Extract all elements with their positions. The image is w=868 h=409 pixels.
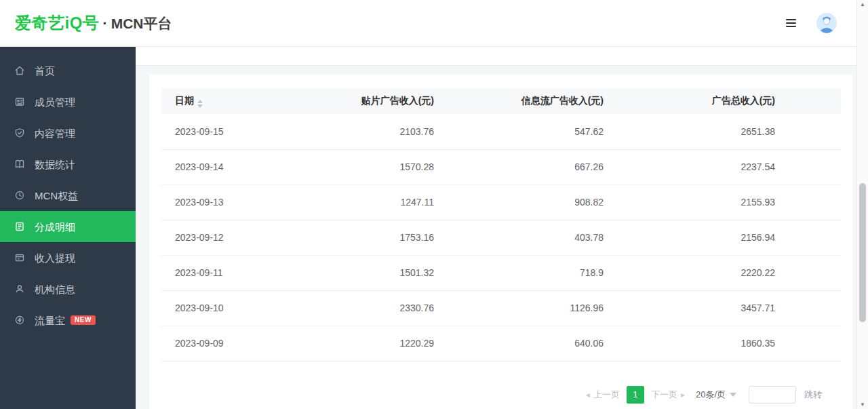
detail-icon [14,221,25,232]
org-icon [14,284,25,294]
next-page-button[interactable]: 下一页 ▸ [651,389,685,401]
revenue-table-card: 日期 贴片广告收入(元) 信息流广告收入(元) 广告总收入(元) 2023-09… [149,75,853,409]
chevron-down-icon [730,393,736,397]
jump-button[interactable]: 跳转 [804,389,822,401]
table-row: 2023-09-09 1220.29 640.06 1860.35 [161,326,841,361]
stats-icon [14,159,25,170]
sidebar-item-label: 数据统计 [35,159,75,170]
chevron-right-icon: ▸ [681,390,685,400]
sidebar-item-org-info[interactable]: 机构信息 [0,273,136,305]
column-header-date[interactable]: 日期 [161,88,312,114]
table-row: 2023-09-12 1753.16 403.78 2156.94 [161,220,841,255]
table-row: 2023-09-11 1501.32 718.9 2220.22 [161,255,841,290]
cell-date: 2023-09-14 [161,149,312,184]
sidebar-item-revenue-detail[interactable]: 分成明细 [0,211,136,242]
cell-preroll: 1501.32 [312,255,448,290]
cell-date: 2023-09-10 [161,290,312,326]
sidebar-item-home[interactable]: 首页 [0,55,136,86]
scrollbar[interactable]: ▲ ▼ [856,0,868,409]
scroll-down-icon[interactable]: ▼ [857,402,868,408]
cell-feed: 640.06 [448,326,617,361]
sidebar-item-label: 收入提现 [35,253,75,263]
cell-total: 2155.93 [617,184,841,220]
withdraw-icon [14,252,25,263]
user-avatar[interactable] [816,13,837,33]
cell-total: 3457.71 [617,290,841,326]
cell-total: 2237.54 [617,149,841,184]
table-header-row: 日期 贴片广告收入(元) 信息流广告收入(元) 广告总收入(元) [161,88,841,114]
table-row: 2023-09-13 1247.11 908.82 2155.93 [161,184,841,220]
pagination: ◂ 上一页 1 下一页 ▸ 20条/页 跳转 [161,386,822,404]
current-page-button[interactable]: 1 [627,386,644,404]
traffic-icon [14,315,25,326]
sidebar-item-content[interactable]: 内容管理 [0,117,136,149]
sidebar-item-withdraw[interactable]: 收入提现 [0,242,136,273]
page-size-label: 20条/页 [696,389,726,401]
home-icon [14,65,25,76]
cell-preroll: 1220.29 [312,326,448,361]
jump-page-input[interactable] [749,386,796,404]
logo[interactable]: 爱奇艺iQ号 · MCN平台 [15,12,172,34]
new-badge: NEW [71,315,96,325]
chevron-left-icon: ◂ [586,390,590,400]
sidebar-item-label: 首页 [35,66,55,76]
cell-total: 2156.94 [617,220,841,255]
table-row: 2023-09-15 2103.76 547.62 2651.38 [161,114,841,149]
column-header-total-revenue: 广告总收入(元) [617,88,841,114]
sidebar-item-label: 流量宝 [35,315,65,326]
table-row: 2023-09-10 2330.76 1126.96 3457.71 [161,290,841,326]
scrollbar-thumb[interactable] [859,183,866,322]
avatar-figure-icon [816,13,837,33]
logo-brand-text: 爱奇艺iQ号 [15,12,99,34]
cell-date: 2023-09-11 [161,255,312,290]
logo-platform-text: MCN平台 [111,14,172,33]
sort-caret-icon[interactable] [197,100,203,108]
cell-date: 2023-09-15 [161,114,312,149]
app-header: 爱奇艺iQ号 · MCN平台 [0,0,868,47]
cell-date: 2023-09-09 [161,326,312,361]
cell-preroll: 1753.16 [312,220,448,255]
cell-feed: 403.78 [448,220,617,255]
column-header-feed-revenue: 信息流广告收入(元) [448,88,617,114]
cell-preroll: 2103.76 [312,114,448,149]
cell-date: 2023-09-12 [161,220,312,255]
sidebar-item-label: 成员管理 [35,97,75,107]
hamburger-menu-icon[interactable] [786,19,796,27]
cell-feed: 908.82 [448,184,617,220]
sidebar-item-members[interactable]: 成员管理 [0,86,136,117]
column-header-label: 日期 [175,95,194,106]
sidebar-item-label: MCN权益 [35,191,78,201]
cell-feed: 1126.96 [448,290,617,326]
logo-separator-dot: · [102,15,107,33]
sidebar-item-label: 内容管理 [35,128,75,138]
cell-total: 2220.22 [617,255,841,290]
cell-feed: 547.62 [448,114,617,149]
scroll-up-icon[interactable]: ▲ [857,1,868,7]
benefits-icon [14,190,25,201]
main-content: 日期 贴片广告收入(元) 信息流广告收入(元) 广告总收入(元) 2023-09… [136,47,856,409]
column-header-preroll-revenue: 贴片广告收入(元) [312,88,448,114]
revenue-table: 日期 贴片广告收入(元) 信息流广告收入(元) 广告总收入(元) 2023-09… [161,88,841,362]
sidebar-item-stats[interactable]: 数据统计 [0,149,136,180]
header-actions [786,13,837,33]
members-icon [14,96,25,107]
content-icon [14,128,25,138]
next-page-label: 下一页 [651,389,677,401]
prev-page-button[interactable]: ◂ 上一页 [586,389,620,401]
cell-preroll: 1247.11 [312,184,448,220]
cell-preroll: 2330.76 [312,290,448,326]
page-size-select[interactable]: 20条/页 [696,389,736,401]
sidebar-item-traffic[interactable]: 流量宝 NEW [0,305,136,336]
content-top-strip [136,47,856,66]
cell-total: 1860.35 [617,326,841,361]
cell-date: 2023-09-13 [161,184,312,220]
page: 爱奇艺iQ号 · MCN平台 首页 [0,0,868,409]
sidebar-nav: 首页 成员管理 内容管理 数据统计 MCN权益 [0,47,136,409]
table-row: 2023-09-14 1570.28 667.26 2237.54 [161,149,841,184]
cell-total: 2651.38 [617,114,841,149]
sidebar-item-label: 机构信息 [35,284,75,294]
cell-feed: 718.9 [448,255,617,290]
sidebar-item-label: 分成明细 [35,222,75,232]
cell-feed: 667.26 [448,149,617,184]
sidebar-item-mcn-benefits[interactable]: MCN权益 [0,180,136,211]
